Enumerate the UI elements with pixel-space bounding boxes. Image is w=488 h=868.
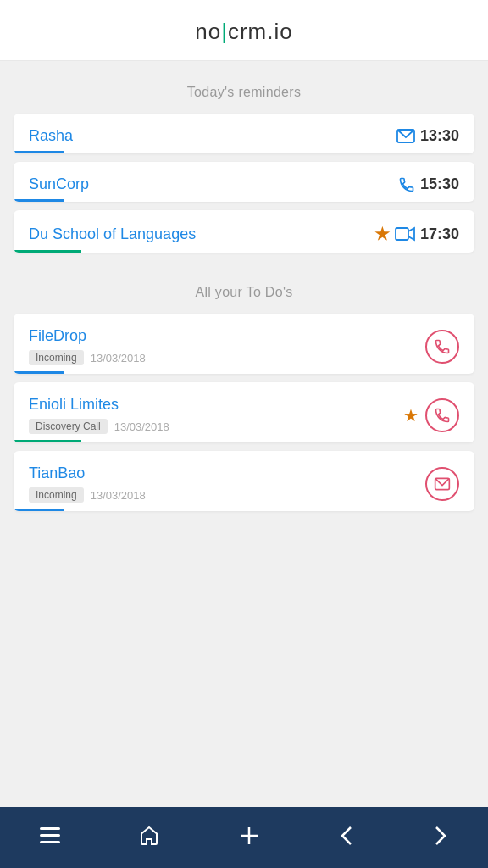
reminder-name-suncorp: SunCorp xyxy=(29,175,89,193)
star-icon-enioli: ★ xyxy=(403,405,419,426)
reminder-card-rasha[interactable]: Rasha 13:30 xyxy=(14,114,474,153)
envelope-icon xyxy=(396,129,415,143)
todo-badge-enioli: Discovery Call xyxy=(29,419,108,434)
plus-icon xyxy=(239,826,259,846)
todo-name-enioli: Enioli Limites xyxy=(29,396,403,414)
todo-name-filedrop: FileDrop xyxy=(29,327,425,345)
main-content: Today's reminders Rasha 13:30 SunCorp xyxy=(0,61,488,807)
todo-left-tianbao: TianBao Incoming 13/03/2018 xyxy=(29,465,425,503)
todo-left-filedrop: FileDrop Incoming 13/03/2018 xyxy=(29,327,425,365)
reminder-name-rasha: Rasha xyxy=(29,127,73,145)
svg-rect-3 xyxy=(40,827,60,830)
todo-card-enioli[interactable]: Enioli Limites Discovery Call 13/03/2018… xyxy=(14,382,474,442)
logo-pipe: | xyxy=(221,19,228,44)
star-icon-du-school: ★ xyxy=(374,224,390,244)
nav-menu-button[interactable] xyxy=(26,821,74,851)
svg-rect-1 xyxy=(396,228,408,240)
todo-icons-enioli: ★ xyxy=(403,398,459,432)
logo: no|crm.io xyxy=(195,19,292,45)
todo-name-tianbao: TianBao xyxy=(29,465,425,482)
header: no|crm.io xyxy=(0,0,488,61)
circle-phone-icon-filedrop xyxy=(425,330,459,364)
logo-text-after: crm.io xyxy=(228,19,293,44)
todo-meta-tianbao: Incoming 13/03/2018 xyxy=(29,487,425,503)
hamburger-icon xyxy=(40,827,60,844)
circle-envelope-icon-tianbao xyxy=(425,467,459,501)
chevron-right-icon xyxy=(433,826,448,846)
phone-icon xyxy=(398,176,415,193)
svg-rect-5 xyxy=(40,841,60,843)
todo-meta-enioli: Discovery Call 13/03/2018 xyxy=(29,419,403,434)
todo-meta-filedrop: Incoming 13/03/2018 xyxy=(29,350,425,365)
reminder-time-du-school: ★ 17:30 xyxy=(374,224,459,244)
nav-add-button[interactable] xyxy=(225,819,273,853)
video-icon xyxy=(395,226,415,242)
home-icon xyxy=(139,826,159,846)
todo-card-tianbao[interactable]: TianBao Incoming 13/03/2018 xyxy=(14,451,474,511)
circle-phone-icon-enioli xyxy=(425,398,459,432)
reminder-name-du-school: Du School of Languages xyxy=(29,225,196,243)
svg-rect-4 xyxy=(40,834,60,837)
chevron-left-icon xyxy=(339,826,354,846)
todos-section-title: All your To Do's xyxy=(14,261,474,314)
todo-date-enioli: 13/03/2018 xyxy=(114,420,169,433)
nav-back-button[interactable] xyxy=(325,819,368,853)
bottom-navigation xyxy=(0,807,488,868)
todo-date-tianbao: 13/03/2018 xyxy=(91,489,146,502)
nav-home-button[interactable] xyxy=(125,819,173,853)
nav-forward-button[interactable] xyxy=(419,819,462,853)
todo-date-filedrop: 13/03/2018 xyxy=(91,352,146,364)
reminders-section-title: Today's reminders xyxy=(14,61,474,114)
todo-badge-tianbao: Incoming xyxy=(29,487,84,503)
reminder-card-du-school[interactable]: Du School of Languages ★ 17:30 xyxy=(14,210,474,253)
reminder-time-suncorp: 15:30 xyxy=(398,175,459,193)
reminder-time-rasha: 13:30 xyxy=(396,127,459,145)
todo-card-filedrop[interactable]: FileDrop Incoming 13/03/2018 xyxy=(14,314,474,374)
todo-badge-filedrop: Incoming xyxy=(29,350,84,365)
reminder-card-suncorp[interactable]: SunCorp 15:30 xyxy=(14,162,474,202)
logo-text-before: no xyxy=(195,19,221,44)
todo-left-enioli: Enioli Limites Discovery Call 13/03/2018 xyxy=(29,396,403,434)
